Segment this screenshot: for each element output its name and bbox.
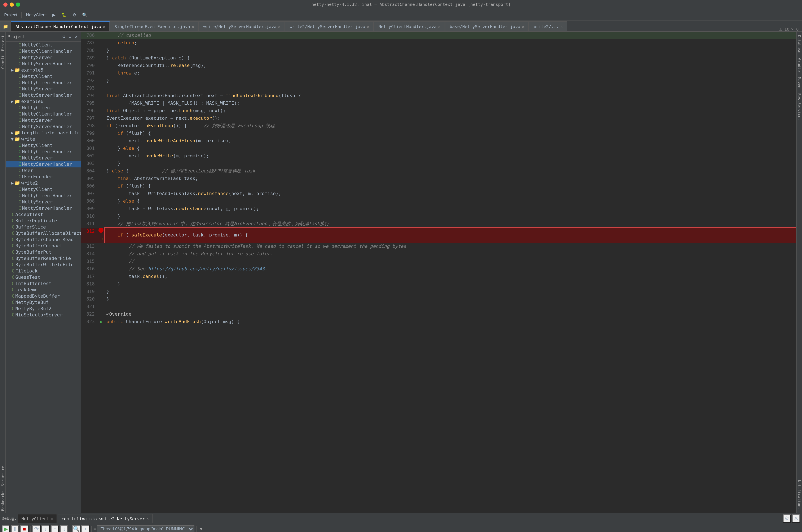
close-icon[interactable]: ✕ (146, 516, 149, 521)
tree-item-example6-client-handler[interactable]: C NettyClientHandler (6, 111, 81, 117)
evaluate-button[interactable]: 🔍 (72, 525, 80, 532)
tree-item-byte-buffer-read[interactable]: C ByteBufferChannelRead (6, 236, 81, 243)
breakpoint-gutter[interactable] (98, 70, 105, 77)
tree-item-example5[interactable]: ▶ 📁 example5 (6, 67, 81, 73)
tree-item-write[interactable]: ▼ 📁 write (6, 136, 81, 142)
tree-item-netty-server[interactable]: C NettyServer (6, 54, 81, 61)
tree-item-file-lock[interactable]: C FileLock (6, 268, 81, 274)
tree-item-netty-byte-buf[interactable]: C NettyByteBuf (6, 299, 81, 306)
breakpoint-gutter[interactable] (98, 107, 105, 115)
tab-base-server[interactable]: base/NettyServerHandler.java ✕ (445, 21, 529, 32)
sidebar-collapse[interactable]: ≡ (68, 34, 72, 39)
tree-item-example5-client-handler[interactable]: C NettyClientHandler (6, 79, 81, 86)
minimize-button[interactable] (10, 2, 14, 6)
breakpoint-gutter[interactable] (98, 190, 105, 197)
tree-item-write-client[interactable]: C NettyClient (6, 142, 81, 149)
tree-item-write2-server-handler[interactable]: C NettyServerHandler (6, 205, 81, 211)
sidebar-toggle[interactable]: 📁 (0, 21, 11, 32)
tree-item-example6-client[interactable]: C NettyClient (6, 104, 81, 111)
tab-write2-server[interactable]: write2/NettyServerHandler.java ✕ (285, 21, 374, 32)
tree-item-example5-client[interactable]: C NettyClient (6, 73, 81, 79)
breakpoint-gutter[interactable] (98, 281, 105, 288)
breakpoint-gutter[interactable] (98, 303, 105, 310)
tree-item-example5-server[interactable]: C NettyServer (6, 86, 81, 92)
run-button[interactable]: ▶ (50, 12, 58, 18)
add-watch-button[interactable]: + (81, 525, 90, 532)
breakpoint-gutter[interactable] (98, 243, 105, 250)
sidebar-close[interactable]: ✕ (73, 34, 79, 39)
tree-item-netty-byte-buf2[interactable]: C NettyByteBuf2 (6, 306, 81, 312)
close-icon[interactable]: ✕ (367, 24, 369, 29)
breakpoint-gutter[interactable] (98, 145, 105, 152)
pause-button[interactable]: ⏸ (11, 525, 19, 532)
step-into-button[interactable]: ↓ (41, 525, 50, 532)
breakpoint-gutter[interactable] (98, 100, 105, 107)
tree-item-write2-client-handler[interactable]: C NettyClientHandler (6, 192, 81, 199)
tab-single-thread[interactable]: SingleThreadEventExecutor.java ✕ (110, 21, 199, 32)
breakpoint-gutter[interactable] (98, 62, 105, 70)
thread-selector[interactable]: Thread-0*@1,794 in group "main": RUNNING (97, 525, 195, 532)
close-icon[interactable]: ✕ (438, 24, 440, 29)
notifications-icon[interactable]: Notifications (797, 478, 801, 511)
database-icon[interactable]: Database (797, 34, 801, 55)
tree-item-netty-client[interactable]: C NettyClient (6, 42, 81, 48)
close-icon[interactable]: ✕ (192, 24, 194, 29)
tree-item-buffer-dup[interactable]: C BufferDuplicate (6, 218, 81, 224)
tree-item-guess-test[interactable]: C GuessTest (6, 274, 81, 281)
gradle-icon[interactable]: Gradle (797, 57, 801, 74)
tree-item-byte-buffer-compact[interactable]: C ByteBufferCompact (6, 243, 81, 249)
tree-item-example6-server-handler[interactable]: C NettyServerHandler (6, 124, 81, 130)
tree-item-example5-server-handler[interactable]: C NettyServerHandler (6, 92, 81, 98)
breakpoint-gutter[interactable] (98, 175, 105, 183)
breakpoint-gutter[interactable] (98, 84, 105, 92)
close-icon[interactable]: ✕ (103, 24, 105, 29)
bookmarks-icon[interactable]: Bookmarks (1, 489, 5, 513)
tree-item-buffer-slice[interactable]: C BufferSlice (6, 224, 81, 230)
tree-item-write2[interactable]: ▶ 📁 write2 (6, 180, 81, 186)
tree-item-leak-demo[interactable]: C LeakDemo (6, 287, 81, 293)
run-to-cursor-button[interactable]: ⤵ (60, 525, 68, 532)
tree-item-example6-server[interactable]: C NettyServer (6, 117, 81, 124)
breakpoint-gutter[interactable] (98, 288, 105, 296)
resume-button[interactable]: ▶ (2, 525, 10, 532)
tab-client-handler[interactable]: NettyClientHandler.java ✕ (374, 21, 445, 32)
breakpoint-gutter[interactable] (98, 183, 105, 190)
breakpoint-gutter[interactable] (98, 197, 105, 205)
tree-item-length-field[interactable]: ▶ 📁 length.field.based.frame.decoder (6, 130, 81, 136)
breakpoint-gutter[interactable] (98, 122, 105, 130)
tree-item-write-server[interactable]: C NettyServer (6, 155, 81, 161)
code-editor[interactable]: 786 // cancelled 787 return; 788 } (81, 32, 796, 513)
close-icon[interactable]: ✕ (522, 24, 524, 29)
tree-item-int-buffer[interactable]: C IntBufferTest (6, 281, 81, 287)
commit-icon[interactable]: Commit (1, 54, 5, 71)
step-over-button[interactable]: ↷ (32, 525, 41, 532)
run-config[interactable]: NettyClient (23, 12, 49, 18)
breakpoint-gutter[interactable] (98, 213, 105, 220)
rest-services-icon[interactable]: RestServices (797, 92, 801, 122)
breakpoint-gutter[interactable] (98, 220, 105, 228)
breakpoint-gutter[interactable] (98, 32, 105, 39)
close-icon[interactable]: ✕ (792, 514, 800, 522)
maximize-button[interactable] (16, 2, 20, 6)
breakpoint-gutter[interactable] (98, 77, 105, 84)
breakpoint-gutter[interactable] (98, 296, 105, 303)
breakpoint-gutter[interactable] (98, 92, 105, 100)
settings-button[interactable]: ⚙ (70, 12, 79, 18)
breakpoint-gutter[interactable]: ▶ (98, 318, 105, 326)
close-icon[interactable]: ✕ (561, 24, 563, 29)
project-dropdown[interactable]: Project (2, 12, 20, 18)
tree-item-example6[interactable]: ▶ 📁 example6 (6, 98, 81, 104)
tree-item-byte-buffer-put[interactable]: C ByteBufferPut (6, 249, 81, 255)
breakpoint-gutter[interactable] (98, 167, 105, 175)
breakpoint-gutter[interactable] (98, 47, 105, 54)
tree-item-accept-test[interactable]: C AcceptTest (6, 211, 81, 218)
tree-item-byte-buffer-alloc[interactable]: C ByteBufferAllocateDirect (6, 230, 81, 236)
structure-icon[interactable]: Structure (1, 464, 5, 488)
breakpoint-gutter[interactable]: → (98, 228, 105, 243)
tree-item-user-encoder[interactable]: C UserEncoder (6, 174, 81, 180)
tree-item-write2-client[interactable]: C NettyClient (6, 186, 81, 192)
breakpoint-gutter[interactable] (98, 54, 105, 62)
tab-abstract-channel[interactable]: AbstractChannelHandlerContext.java ✕ (11, 21, 110, 32)
tree-item-write-server-handler[interactable]: C NettyServerHandler (6, 161, 81, 167)
debug-session-netty-client[interactable]: NettyClient ✕ (18, 514, 57, 523)
